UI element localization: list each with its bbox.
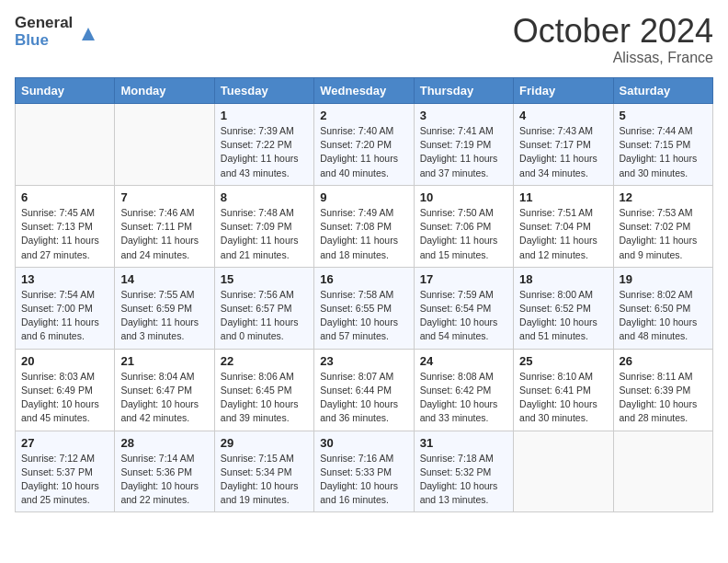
calendar-cell: 28Sunrise: 7:14 AMSunset: 5:36 PMDayligh…	[115, 431, 214, 512]
calendar-week-row: 6Sunrise: 7:45 AMSunset: 7:13 PMDaylight…	[16, 185, 713, 267]
day-info: Sunrise: 7:59 AMSunset: 6:54 PMDaylight:…	[420, 288, 507, 344]
day-info: Sunrise: 7:12 AMSunset: 5:37 PMDaylight:…	[21, 452, 108, 508]
day-number: 12	[620, 190, 707, 204]
location-title: Alissas, France	[513, 50, 713, 66]
day-number: 2	[320, 109, 407, 122]
day-info: Sunrise: 7:40 AMSunset: 7:20 PMDaylight:…	[320, 124, 407, 180]
calendar-cell: 8Sunrise: 7:48 AMSunset: 7:09 PMDaylight…	[214, 185, 313, 267]
calendar-cell: 24Sunrise: 8:08 AMSunset: 6:42 PMDayligh…	[414, 349, 513, 431]
calendar-cell: 21Sunrise: 8:04 AMSunset: 6:47 PMDayligh…	[115, 349, 214, 431]
calendar-cell: 25Sunrise: 8:10 AMSunset: 6:41 PMDayligh…	[514, 349, 613, 431]
calendar-cell: 31Sunrise: 7:18 AMSunset: 5:32 PMDayligh…	[414, 431, 513, 512]
day-of-week-header: Tuesday	[214, 78, 313, 104]
day-number: 22	[221, 354, 308, 368]
day-number: 21	[120, 354, 208, 368]
day-number: 15	[221, 272, 308, 286]
day-number: 23	[320, 354, 407, 368]
calendar-cell: 16Sunrise: 7:58 AMSunset: 6:55 PMDayligh…	[314, 267, 414, 349]
logo-icon	[78, 24, 98, 44]
day-number: 11	[519, 190, 607, 204]
calendar-cell: 2Sunrise: 7:40 AMSunset: 7:20 PMDaylight…	[314, 104, 414, 186]
calendar-cell	[613, 431, 712, 512]
day-number: 5	[620, 109, 707, 122]
day-of-week-header: Saturday	[613, 78, 712, 104]
day-number: 29	[221, 436, 308, 450]
calendar-cell: 6Sunrise: 7:45 AMSunset: 7:13 PMDaylight…	[16, 185, 115, 267]
logo-blue: Blue	[15, 32, 73, 50]
day-number: 18	[519, 272, 607, 286]
calendar-cell: 20Sunrise: 8:03 AMSunset: 6:49 PMDayligh…	[16, 349, 115, 431]
day-info: Sunrise: 7:44 AMSunset: 7:15 PMDaylight:…	[620, 124, 707, 180]
calendar-cell: 18Sunrise: 8:00 AMSunset: 6:52 PMDayligh…	[514, 267, 613, 349]
calendar-cell: 13Sunrise: 7:54 AMSunset: 7:00 PMDayligh…	[16, 267, 115, 349]
calendar-cell: 22Sunrise: 8:06 AMSunset: 6:45 PMDayligh…	[214, 349, 313, 431]
day-number: 6	[21, 190, 108, 204]
day-info: Sunrise: 8:03 AMSunset: 6:49 PMDaylight:…	[21, 370, 108, 426]
day-of-week-header: Wednesday	[314, 78, 414, 104]
calendar-cell: 17Sunrise: 7:59 AMSunset: 6:54 PMDayligh…	[414, 267, 513, 349]
calendar-header-row: SundayMondayTuesdayWednesdayThursdayFrid…	[16, 78, 713, 104]
day-number: 25	[519, 354, 607, 368]
day-info: Sunrise: 8:04 AMSunset: 6:47 PMDaylight:…	[120, 370, 208, 426]
calendar-week-row: 27Sunrise: 7:12 AMSunset: 5:37 PMDayligh…	[16, 431, 713, 512]
calendar-cell: 5Sunrise: 7:44 AMSunset: 7:15 PMDaylight…	[613, 104, 712, 186]
day-info: Sunrise: 7:14 AMSunset: 5:36 PMDaylight:…	[120, 452, 208, 508]
day-info: Sunrise: 7:53 AMSunset: 7:02 PMDaylight:…	[620, 206, 707, 262]
calendar-cell: 9Sunrise: 7:49 AMSunset: 7:08 PMDaylight…	[314, 185, 414, 267]
calendar-cell: 12Sunrise: 7:53 AMSunset: 7:02 PMDayligh…	[613, 185, 712, 267]
day-info: Sunrise: 8:06 AMSunset: 6:45 PMDaylight:…	[221, 370, 308, 426]
day-number: 20	[21, 354, 108, 368]
day-number: 26	[620, 354, 707, 368]
calendar-cell: 27Sunrise: 7:12 AMSunset: 5:37 PMDayligh…	[16, 431, 115, 512]
day-info: Sunrise: 7:58 AMSunset: 6:55 PMDaylight:…	[320, 288, 407, 344]
day-number: 7	[120, 190, 208, 204]
calendar-cell: 14Sunrise: 7:55 AMSunset: 6:59 PMDayligh…	[115, 267, 214, 349]
day-info: Sunrise: 7:50 AMSunset: 7:06 PMDaylight:…	[420, 206, 507, 262]
calendar-cell: 10Sunrise: 7:50 AMSunset: 7:06 PMDayligh…	[414, 185, 513, 267]
day-info: Sunrise: 8:00 AMSunset: 6:52 PMDaylight:…	[519, 288, 607, 344]
day-info: Sunrise: 7:51 AMSunset: 7:04 PMDaylight:…	[519, 206, 607, 262]
day-number: 14	[120, 272, 208, 286]
day-of-week-header: Thursday	[414, 78, 513, 104]
title-block: October 2024 Alissas, France	[513, 15, 713, 66]
day-info: Sunrise: 7:43 AMSunset: 7:17 PMDaylight:…	[519, 124, 607, 180]
calendar-week-row: 13Sunrise: 7:54 AMSunset: 7:00 PMDayligh…	[16, 267, 713, 349]
day-info: Sunrise: 8:02 AMSunset: 6:50 PMDaylight:…	[620, 288, 707, 344]
day-info: Sunrise: 7:46 AMSunset: 7:11 PMDaylight:…	[120, 206, 208, 262]
day-number: 3	[420, 109, 507, 122]
logo-general: General	[15, 15, 73, 32]
day-number: 10	[420, 190, 507, 204]
day-info: Sunrise: 8:11 AMSunset: 6:39 PMDaylight:…	[620, 370, 707, 426]
calendar-week-row: 20Sunrise: 8:03 AMSunset: 6:49 PMDayligh…	[16, 349, 713, 431]
calendar-cell: 1Sunrise: 7:39 AMSunset: 7:22 PMDaylight…	[214, 104, 313, 186]
day-number: 30	[320, 436, 407, 450]
day-info: Sunrise: 8:07 AMSunset: 6:44 PMDaylight:…	[320, 370, 407, 426]
day-number: 1	[221, 109, 308, 122]
calendar-cell: 26Sunrise: 8:11 AMSunset: 6:39 PMDayligh…	[613, 349, 712, 431]
day-number: 13	[21, 272, 108, 286]
day-info: Sunrise: 7:15 AMSunset: 5:34 PMDaylight:…	[221, 452, 308, 508]
calendar-body: 1Sunrise: 7:39 AMSunset: 7:22 PMDaylight…	[16, 104, 713, 512]
day-number: 9	[320, 190, 407, 204]
calendar-week-row: 1Sunrise: 7:39 AMSunset: 7:22 PMDaylight…	[16, 104, 713, 186]
calendar-cell	[115, 104, 214, 186]
day-number: 24	[420, 354, 507, 368]
calendar-cell: 30Sunrise: 7:16 AMSunset: 5:33 PMDayligh…	[314, 431, 414, 512]
day-of-week-header: Sunday	[16, 78, 115, 104]
day-info: Sunrise: 7:55 AMSunset: 6:59 PMDaylight:…	[120, 288, 208, 344]
calendar-cell: 11Sunrise: 7:51 AMSunset: 7:04 PMDayligh…	[514, 185, 613, 267]
day-info: Sunrise: 7:56 AMSunset: 6:57 PMDaylight:…	[221, 288, 308, 344]
day-number: 28	[120, 436, 208, 450]
day-number: 4	[519, 109, 607, 122]
day-info: Sunrise: 8:08 AMSunset: 6:42 PMDaylight:…	[420, 370, 507, 426]
calendar-cell: 23Sunrise: 8:07 AMSunset: 6:44 PMDayligh…	[314, 349, 414, 431]
day-number: 27	[21, 436, 108, 450]
day-of-week-header: Friday	[514, 78, 613, 104]
day-info: Sunrise: 7:16 AMSunset: 5:33 PMDaylight:…	[320, 452, 407, 508]
day-info: Sunrise: 7:45 AMSunset: 7:13 PMDaylight:…	[21, 206, 108, 262]
day-number: 17	[420, 272, 507, 286]
svg-marker-0	[82, 28, 95, 40]
calendar-cell: 3Sunrise: 7:41 AMSunset: 7:19 PMDaylight…	[414, 104, 513, 186]
page-header: General Blue October 2024 Alissas, Franc…	[15, 15, 713, 66]
calendar-cell: 19Sunrise: 8:02 AMSunset: 6:50 PMDayligh…	[613, 267, 712, 349]
